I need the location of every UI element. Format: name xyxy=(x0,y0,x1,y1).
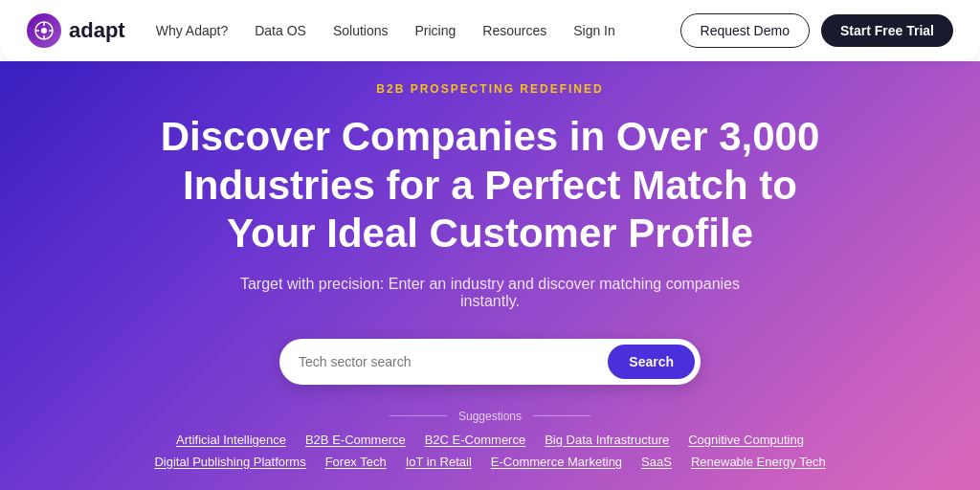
suggestion-tag[interactable]: IoT in Retail xyxy=(406,455,472,469)
nav-actions: Request Demo Start Free Trial xyxy=(680,13,953,48)
suggestions-label-wrap: Suggestions xyxy=(390,410,590,423)
suggestion-tag[interactable]: B2C E-Commerce xyxy=(425,433,525,447)
nav-data-os[interactable]: Data OS xyxy=(255,23,306,38)
suggestion-tag[interactable]: E-Commerce Marketing xyxy=(491,455,622,469)
search-input[interactable] xyxy=(299,354,600,369)
suggestions-label: Suggestions xyxy=(447,410,533,423)
logo-text: adapt xyxy=(69,18,125,43)
search-button[interactable]: Search xyxy=(608,345,695,379)
suggestion-tag[interactable]: Forex Tech xyxy=(325,455,387,469)
hero-section: B2B PROSPECTING REDEFINED Discover Compa… xyxy=(0,61,980,490)
suggestion-tag[interactable]: Big Data Infrastructure xyxy=(545,433,669,447)
nav-sign-in[interactable]: Sign In xyxy=(573,23,615,38)
suggestions-row: Artificial IntelligenceB2B E-CommerceB2C… xyxy=(117,433,863,469)
logo-area[interactable]: adapt xyxy=(27,13,125,48)
suggestion-tag[interactable]: SaaS xyxy=(641,455,672,469)
svg-point-1 xyxy=(41,28,47,33)
logo-icon xyxy=(27,13,61,48)
hero-subtitle: Target with precision: Enter an industry… xyxy=(222,276,758,310)
hero-title: Discover Companies in Over 3,000 Industr… xyxy=(136,113,844,257)
nav-links: Why Adapt? Data OS Solutions Pricing Res… xyxy=(156,23,680,38)
nav-why-adapt[interactable]: Why Adapt? xyxy=(156,23,229,38)
start-trial-button[interactable]: Start Free Trial xyxy=(821,14,953,47)
suggestion-tag[interactable]: B2B E-Commerce xyxy=(305,433,406,447)
navbar: adapt Why Adapt? Data OS Solutions Prici… xyxy=(0,0,980,61)
suggestion-tag[interactable]: Renewable Energy Tech xyxy=(691,455,826,469)
suggestion-tag[interactable]: Artificial Intelligence xyxy=(176,433,286,447)
search-bar: Search xyxy=(279,339,701,385)
nav-resources[interactable]: Resources xyxy=(482,23,546,38)
nav-pricing[interactable]: Pricing xyxy=(414,23,456,38)
suggestions-section: Suggestions Artificial IntelligenceB2B E… xyxy=(117,410,863,469)
suggestion-tag[interactable]: Digital Publishing Platforms xyxy=(154,455,305,469)
nav-solutions[interactable]: Solutions xyxy=(333,23,389,38)
hero-overline: B2B PROSPECTING REDEFINED xyxy=(376,82,603,96)
request-demo-button[interactable]: Request Demo xyxy=(680,13,810,48)
suggestion-tag[interactable]: Cognitive Computing xyxy=(688,433,804,447)
